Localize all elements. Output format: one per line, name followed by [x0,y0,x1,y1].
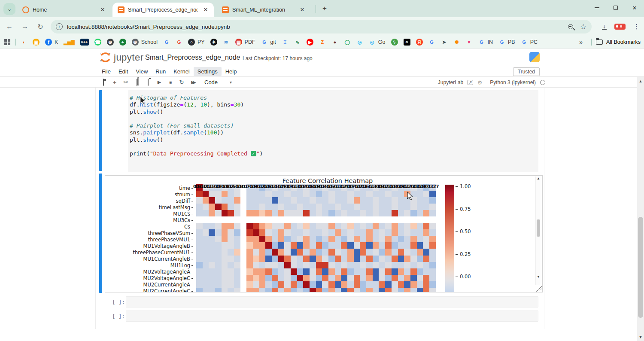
extension-badge-icon[interactable] [614,24,626,30]
scroll-up-icon[interactable]: ▲ [637,79,644,83]
restore-button[interactable] [606,0,625,15]
empty-code-cell[interactable] [126,311,538,322]
scrollbar-thumb[interactable] [638,217,643,318]
bookmark-item[interactable]: G [176,39,182,46]
bookmark-item[interactable]: ▤PDF [235,39,255,46]
paste-cell-button[interactable] [143,79,154,85]
kernel-name[interactable]: Python 3 (ipykernel) [490,79,536,85]
bookmark-item[interactable]: ◎Go [369,39,386,46]
bookmark-item[interactable]: ▣ [33,39,39,46]
minimize-button[interactable] [587,0,606,15]
save-button[interactable] [98,79,109,85]
scroll-up-icon[interactable]: ▲ [536,177,541,180]
bookmark-item[interactable]: + [119,39,126,46]
bookmark-item[interactable]: ≋ [223,39,230,46]
address-bar[interactable]: i localhost:8888/notebooks/Smart_Preproc… [51,20,592,33]
browser-menu-icon[interactable]: ⋮ [633,23,640,30]
bookmark-item[interactable]: ▶ [307,39,313,46]
tab-close-icon[interactable]: ✕ [202,6,210,14]
bookmark-item[interactable]: ✳ [210,39,217,46]
restart-kernel-button[interactable]: ↻ [176,79,187,85]
menu-kernel[interactable]: Kernel [170,67,194,76]
notebook-menubar: FileEditViewRunKernelSettingsHelp Truste… [0,67,644,77]
cut-cell-button[interactable]: ✂ [120,79,131,85]
menu-view[interactable]: View [132,67,152,76]
restart-run-all-button[interactable]: ▶▶ [187,80,198,85]
url-text[interactable]: localhost:8888/notebooks/Smart_Preproces… [67,24,230,30]
heatmap-cell [253,210,259,216]
back-icon[interactable]: ← [3,21,15,33]
all-bookmarks-button[interactable]: All Bookmarks [606,39,641,45]
bookmark-item[interactable]: ⊕ [107,39,114,46]
bookmark-item[interactable]: ◎ [356,39,363,46]
scrollbar-thumb[interactable] [537,219,540,237]
forward-icon[interactable]: → [19,21,31,33]
output-resize-grip[interactable] [536,286,542,292]
tab-home[interactable]: Home ✕ [17,3,111,17]
bookmark-item[interactable]: ♥ [466,39,473,46]
code-cell-editor[interactable]: # Histogram of Featuresdf.hist(figsize=(… [128,90,538,172]
reload-icon[interactable]: ↻ [34,21,46,33]
bookmark-item[interactable]: ▂▅▇ [64,39,74,46]
bookmark-item[interactable]: cl [404,39,410,46]
menu-file[interactable]: File [98,67,115,76]
run-cell-button[interactable]: ▶ [154,79,165,85]
bookmarks-overflow-icon[interactable]: » [579,39,583,46]
bookmark-item[interactable]: ● [331,39,338,46]
output-scrollbar[interactable]: ▲ ▼ [535,177,541,285]
bookmark-item[interactable]: Я [416,39,423,46]
jupyterlab-link[interactable]: JupyterLab [438,79,463,85]
menu-run[interactable]: Run [152,67,170,76]
gear-icon[interactable]: ⚙ [477,79,483,86]
copy-cell-button[interactable] [131,79,143,85]
interrupt-kernel-button[interactable]: ■ [165,80,176,85]
site-info-icon[interactable]: i [56,23,63,30]
heatmap-cell [303,268,310,275]
trusted-button[interactable]: Trusted [513,67,540,76]
zoom-out-icon[interactable] [568,24,573,29]
insert-cell-button[interactable]: + [109,79,120,86]
bookmark-item[interactable]: GIN [478,39,493,46]
bookmark-item[interactable]: IEEE [80,39,89,46]
jupyter-logo[interactable]: jupyter [100,52,144,63]
bookmark-item[interactable]: GPC [521,39,538,46]
bookmark-item[interactable]: ◗ [20,39,27,46]
tab-close-icon[interactable]: ✕ [99,6,106,14]
bookmark-item[interactable]: G [163,39,170,46]
bookmark-item[interactable]: ➤ [441,39,448,46]
close-button[interactable]: ✕ [625,0,644,15]
notebook-title[interactable]: Smart_Preprocess_edge_node [145,54,240,61]
bookmark-item[interactable]: ⌶ [282,39,289,46]
menu-edit[interactable]: Edit [115,67,132,76]
tab-close-icon[interactable]: ✕ [298,6,306,14]
bookmark-item[interactable]: ○PY [188,39,205,46]
heatmap-cell [316,242,322,249]
empty-code-cell[interactable] [126,296,538,308]
bookmark-item[interactable]: ◯ [344,39,351,46]
bookmark-item[interactable]: Ggit [261,39,276,46]
scroll-down-icon[interactable]: ▼ [536,275,541,279]
scroll-down-icon[interactable]: ▼ [637,335,644,339]
bookmark-item[interactable]: ⊕School [132,39,158,46]
bookmark-star-icon[interactable]: ☆ [580,22,586,31]
apps-grid-icon[interactable] [4,39,10,45]
menu-help[interactable]: Help [222,67,241,76]
tab-smart-preprocess[interactable]: Smart_Preprocess_edge_node ✕ [112,3,214,17]
heatmap-cell [316,216,322,223]
bookmark-item[interactable]: Z [319,39,326,46]
bookmark-item[interactable]: ϟ [391,39,398,46]
tab-smart-ml[interactable]: Smart_ML_integration ✕ [217,3,310,17]
cell-type-select[interactable]: Code ▾ [204,79,232,85]
bookmark-item[interactable]: ✺ [453,39,460,46]
bookmark-item[interactable]: GPB [498,39,515,46]
menu-settings[interactable]: Settings [194,67,222,76]
bookmark-item[interactable]: G [428,39,435,46]
heatmap-cell [429,262,436,268]
bookmark-item[interactable]: ☎ [94,39,101,46]
bookmark-item[interactable]: fK [45,39,58,46]
new-tab-button[interactable]: + [319,4,330,14]
downloads-icon[interactable]: ↓ [602,24,607,30]
tab-search-button[interactable]: ⌄ [3,3,15,15]
bookmark-item[interactable]: ∿ [294,39,301,46]
page-scrollbar[interactable]: ▲ ▼ [637,77,644,341]
